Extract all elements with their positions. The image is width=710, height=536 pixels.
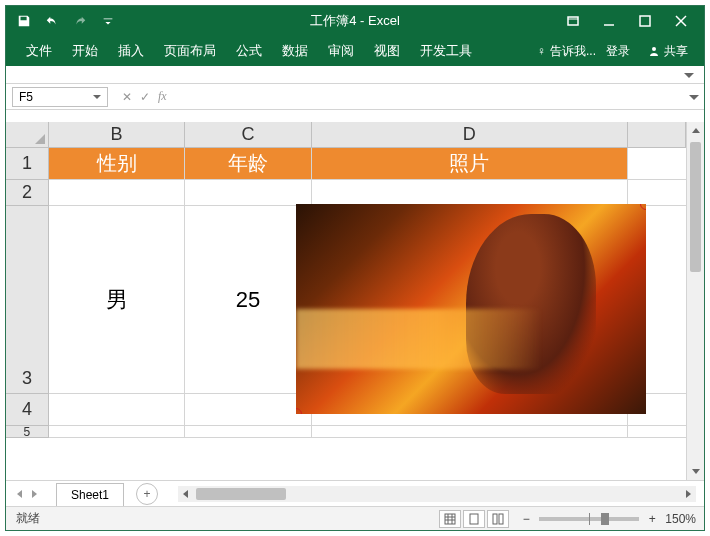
- qat-customize-button[interactable]: [98, 11, 118, 31]
- row-header-4[interactable]: 4: [6, 394, 49, 426]
- tell-me[interactable]: ♀告诉我...: [537, 43, 596, 60]
- worksheet[interactable]: B C D 1 性别 年龄 照片 2: [6, 122, 686, 480]
- vscroll-track[interactable]: [687, 140, 704, 462]
- grid-rows: 1 性别 年龄 照片 2 3 男 25: [6, 148, 686, 438]
- tell-me-label: 告诉我...: [550, 43, 596, 60]
- cell-B2[interactable]: [49, 180, 185, 206]
- cell-B5[interactable]: [49, 426, 185, 438]
- scroll-up-button[interactable]: [687, 122, 704, 140]
- redo-button[interactable]: [70, 11, 90, 31]
- sheet-tab-sheet1[interactable]: Sheet1: [56, 483, 124, 506]
- login-link[interactable]: 登录: [606, 43, 630, 60]
- view-page-layout-button[interactable]: [463, 510, 485, 528]
- cell-D1[interactable]: 照片: [312, 148, 628, 180]
- vscroll-thumb[interactable]: [690, 142, 701, 272]
- scroll-down-button[interactable]: [687, 462, 704, 480]
- cell-B1[interactable]: 性别: [49, 148, 185, 180]
- zoom-handle[interactable]: [601, 513, 609, 525]
- column-header-D[interactable]: D: [312, 122, 628, 148]
- cell-C1[interactable]: 年龄: [185, 148, 312, 180]
- window-controls: [564, 12, 704, 30]
- tab-view[interactable]: 视图: [364, 36, 410, 66]
- cell-E5[interactable]: [628, 426, 686, 438]
- name-box[interactable]: F5: [12, 87, 108, 107]
- row-header-2[interactable]: 2: [6, 180, 49, 206]
- cell-B4[interactable]: [49, 394, 185, 426]
- row-header-3[interactable]: 3: [6, 206, 49, 394]
- column-header-B[interactable]: B: [49, 122, 185, 148]
- save-button[interactable]: [14, 11, 34, 31]
- formula-input[interactable]: [175, 87, 684, 107]
- svg-rect-0: [568, 17, 578, 25]
- tab-insert[interactable]: 插入: [108, 36, 154, 66]
- zoom-level[interactable]: 150%: [665, 512, 696, 526]
- zoom-out-button[interactable]: −: [519, 512, 533, 526]
- cell-C4[interactable]: [185, 394, 312, 426]
- cell-C5[interactable]: [185, 426, 312, 438]
- hscroll-thumb[interactable]: [196, 488, 286, 500]
- tab-file[interactable]: 文件: [16, 36, 62, 66]
- horizontal-scrollbar[interactable]: [178, 486, 696, 502]
- window-title: 工作簿4 - Excel: [310, 12, 400, 30]
- cancel-formula-button[interactable]: ✕: [122, 90, 132, 104]
- share-label: 共享: [664, 43, 688, 60]
- undo-button[interactable]: [42, 11, 62, 31]
- sheet-nav-next[interactable]: [30, 487, 38, 501]
- minimize-button[interactable]: [600, 12, 618, 30]
- tab-review[interactable]: 审阅: [318, 36, 364, 66]
- tab-formulas[interactable]: 公式: [226, 36, 272, 66]
- cell-E1[interactable]: [628, 148, 686, 180]
- status-ready: 就绪: [14, 510, 40, 527]
- enter-formula-button[interactable]: ✓: [140, 90, 150, 104]
- column-header-E[interactable]: [628, 122, 686, 148]
- name-box-value: F5: [19, 90, 33, 104]
- svg-rect-13: [499, 514, 503, 524]
- tab-data[interactable]: 数据: [272, 36, 318, 66]
- svg-rect-11: [470, 514, 478, 524]
- maximize-button[interactable]: [636, 12, 654, 30]
- add-sheet-button[interactable]: +: [136, 483, 158, 505]
- scroll-left-button[interactable]: [178, 486, 194, 502]
- tab-page-layout[interactable]: 页面布局: [154, 36, 226, 66]
- share-button[interactable]: 共享: [640, 39, 696, 64]
- formula-bar: F5 ✕ ✓ fx: [6, 84, 704, 110]
- tab-home[interactable]: 开始: [62, 36, 108, 66]
- embedded-image[interactable]: [296, 204, 646, 414]
- cell-B3[interactable]: 男: [49, 206, 185, 394]
- column-header-C[interactable]: C: [185, 122, 312, 148]
- ribbon-display-button[interactable]: [564, 12, 582, 30]
- ribbon-collapse-row: [6, 66, 704, 84]
- tab-developer[interactable]: 开发工具: [410, 36, 482, 66]
- row-header-5[interactable]: 5: [6, 426, 49, 438]
- ribbon-expand-button[interactable]: [684, 66, 694, 84]
- cell-C2[interactable]: [185, 180, 312, 206]
- cell-D2[interactable]: [312, 180, 628, 206]
- zoom-slider[interactable]: [539, 517, 639, 521]
- view-normal-button[interactable]: [439, 510, 461, 528]
- zoom-controls: − + 150%: [519, 512, 696, 526]
- vertical-scrollbar[interactable]: [686, 122, 704, 480]
- view-page-break-button[interactable]: [487, 510, 509, 528]
- close-button[interactable]: [672, 12, 690, 30]
- resize-handle-bl[interactable]: [296, 408, 302, 414]
- cell-C3[interactable]: 25: [185, 206, 312, 394]
- formula-bar-expand[interactable]: [684, 92, 704, 102]
- hscroll-track[interactable]: [194, 488, 680, 500]
- cell-D5[interactable]: [312, 426, 628, 438]
- sheet-nav-prev[interactable]: [16, 487, 24, 501]
- formula-buttons: ✕ ✓ fx: [114, 89, 175, 104]
- title-bar: 工作簿4 - Excel: [6, 6, 704, 36]
- row-header-1[interactable]: 1: [6, 148, 49, 180]
- select-all-button[interactable]: [6, 122, 49, 148]
- quick-access-toolbar: [6, 11, 118, 31]
- row-5: 5: [6, 426, 686, 438]
- insert-function-button[interactable]: fx: [158, 89, 167, 104]
- resize-handle-tr[interactable]: [640, 204, 646, 210]
- zoom-in-button[interactable]: +: [645, 512, 659, 526]
- scroll-right-button[interactable]: [680, 486, 696, 502]
- cell-E2[interactable]: [628, 180, 686, 206]
- row-1: 1 性别 年龄 照片: [6, 148, 686, 180]
- view-buttons: [439, 510, 509, 528]
- column-headers: B C D: [6, 122, 686, 148]
- excel-window: 工作簿4 - Excel 文件 开始 插入 页面布局 公式 数据 审阅 视图 开…: [5, 5, 705, 531]
